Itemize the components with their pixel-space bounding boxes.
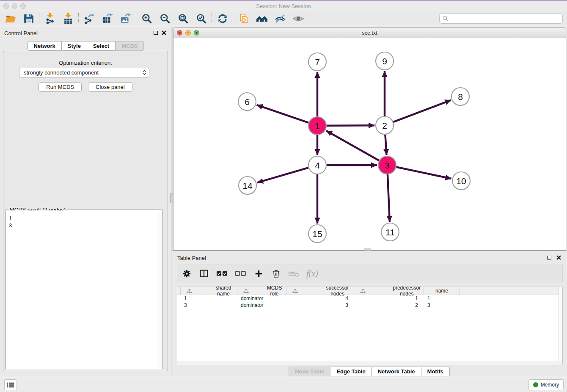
graph-edge-2-8[interactable]: [394, 100, 451, 122]
deselect-all-icon[interactable]: [235, 267, 246, 280]
column-header-successor-nodes[interactable]: successor nodes: [286, 287, 354, 295]
close-panel-icon[interactable]: [161, 30, 167, 36]
tab-motifs[interactable]: Motifs: [421, 367, 450, 376]
graph-node-14[interactable]: 14: [239, 177, 256, 194]
zoom-in-icon[interactable]: [138, 12, 156, 25]
save-icon[interactable]: [19, 12, 38, 25]
table-hscrollbar[interactable]: [177, 361, 563, 365]
node-table[interactable]: shared nameMCDS rolesuccessor nodesprede…: [177, 287, 563, 361]
memory-button[interactable]: Memory: [528, 379, 564, 390]
network-window-titlebar[interactable]: scc.txt: [173, 28, 566, 38]
select-all-icon[interactable]: [216, 267, 228, 280]
table-cell: 3: [181, 302, 237, 308]
folder-open-icon[interactable]: [1, 12, 19, 25]
graph-node-1[interactable]: 1: [308, 117, 326, 135]
table-cell: 4: [286, 295, 354, 301]
import-table-icon[interactable]: [59, 12, 77, 25]
table-cell: 3: [286, 302, 354, 308]
gear-icon[interactable]: [182, 267, 192, 280]
home-icon[interactable]: [253, 12, 271, 25]
graph-node-3[interactable]: 3: [378, 156, 396, 174]
export-network-icon[interactable]: [80, 12, 98, 25]
table-vscrollbar[interactable]: [559, 287, 562, 361]
session-title: Session: New Session: [0, 3, 567, 9]
memory-status-icon: [533, 382, 538, 387]
float-panel-icon[interactable]: [153, 30, 159, 36]
close-panel-button[interactable]: Close panel: [88, 82, 132, 92]
result-scrollbar[interactable]: [158, 210, 162, 368]
zoom-selected-icon[interactable]: [192, 12, 210, 25]
toolbar-separator: [136, 13, 136, 24]
zoom-fit-icon[interactable]: [174, 12, 192, 25]
graph-edge-3-10[interactable]: [396, 167, 451, 179]
graph-node-7[interactable]: 7: [308, 53, 326, 71]
clone-network-icon[interactable]: [234, 12, 253, 25]
mcds-result-list: 13: [6, 210, 158, 368]
graph-edge-2-3[interactable]: [385, 135, 386, 155]
svg-text:8: 8: [458, 92, 463, 102]
control-panel-tabs: NetworkStyleSelectMCDS: [0, 41, 171, 51]
graph-node-6[interactable]: 6: [238, 93, 256, 110]
result-line: 1: [9, 215, 156, 222]
search-input[interactable]: [450, 14, 562, 23]
hierarchy-icon: [289, 289, 321, 293]
table-row[interactable]: 3dominator323: [177, 302, 562, 309]
graph-edge-3-1[interactable]: [326, 131, 379, 160]
run-mcds-button[interactable]: Run MCDS: [39, 82, 82, 92]
control-panel: Control Panel NetworkStyleSelectMCDS Opt…: [0, 26, 171, 377]
toolbar-separator: [233, 13, 233, 24]
search-box[interactable]: [439, 13, 563, 24]
tab-select[interactable]: Select: [87, 41, 116, 51]
fx-icon: f(x): [306, 267, 318, 280]
svg-text:9: 9: [382, 56, 387, 66]
graph-edge-4-14[interactable]: [257, 168, 308, 182]
graph-node-11[interactable]: 11: [381, 223, 399, 241]
column-header-name[interactable]: name: [424, 287, 460, 295]
criterion-dropdown[interactable]: strongly connected component: [19, 68, 149, 77]
tab-node-table[interactable]: Node Table: [289, 367, 330, 376]
control-panel-title: Control Panel: [4, 30, 38, 36]
main-toolbar-groups: [1, 12, 307, 25]
graph-node-10[interactable]: 10: [452, 172, 470, 190]
float-table-panel-icon[interactable]: [546, 255, 552, 260]
window-top-accent: [0, 0, 567, 1]
tab-network-table[interactable]: Network Table: [372, 367, 421, 376]
svg-text:11: 11: [385, 227, 395, 237]
export-table-icon[interactable]: [98, 12, 116, 25]
close-table-panel-icon[interactable]: [556, 255, 561, 260]
column-header-mcds-role[interactable]: MCDS role: [237, 287, 286, 295]
graph-node-4[interactable]: 4: [308, 156, 326, 174]
column-header-shared-name[interactable]: shared name: [181, 287, 237, 295]
refresh-icon[interactable]: [213, 12, 231, 25]
tab-style[interactable]: Style: [62, 41, 87, 51]
criterion-value: strongly connected component: [24, 69, 143, 76]
network-canvas[interactable]: 7968124314101511: [173, 38, 566, 250]
graph-edge-3-11[interactable]: [388, 174, 390, 222]
table-row[interactable]: 1dominator411: [177, 295, 562, 302]
table-cell: 3: [424, 302, 460, 308]
task-history-button[interactable]: [4, 379, 17, 390]
trash-icon[interactable]: [271, 267, 281, 280]
columns-icon[interactable]: [199, 267, 209, 280]
import-network-icon[interactable]: [41, 12, 59, 25]
tab-edge-table[interactable]: Edge Table: [330, 367, 372, 376]
main-toolbar: [0, 11, 567, 26]
hide-eye-icon[interactable]: [271, 12, 289, 25]
export-image-icon[interactable]: [116, 12, 135, 25]
svg-text:7: 7: [315, 57, 320, 67]
table-cell: dominator: [237, 302, 286, 308]
graph-node-2[interactable]: 2: [376, 116, 394, 134]
add-icon[interactable]: [253, 267, 264, 280]
graph-node-15[interactable]: 15: [308, 225, 326, 243]
svg-text:1: 1: [315, 121, 320, 131]
column-header-predecessor-nodes[interactable]: predecessor nodes: [354, 287, 424, 295]
graph-node-9[interactable]: 9: [376, 52, 394, 70]
graph-node-8[interactable]: 8: [451, 88, 469, 105]
graph-edge-1-2[interactable]: [327, 125, 374, 126]
graph-edge-1-6[interactable]: [257, 105, 308, 123]
tab-network[interactable]: Network: [28, 41, 62, 51]
zoom-out-icon[interactable]: [156, 12, 174, 25]
network-file-title: scc.txt: [173, 30, 566, 36]
show-eye-icon[interactable]: [289, 12, 307, 25]
tab-mcds[interactable]: MCDS: [116, 41, 144, 51]
